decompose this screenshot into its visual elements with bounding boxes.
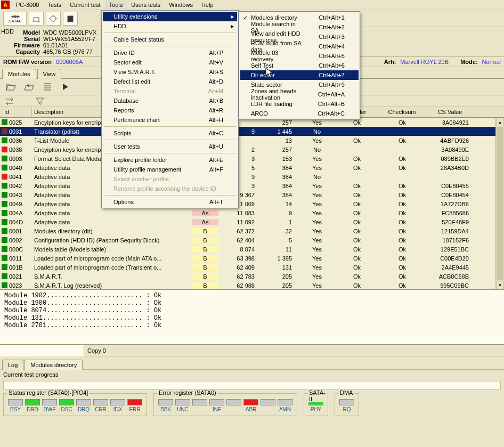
menu-item[interactable]: Defect list editAlt+D [103,77,237,86]
dma-group: DMA RQ [335,393,359,416]
rom-version-link[interactable]: 0006006A [56,59,83,65]
hdd-group-label: HDD [1,28,14,35]
register-bit: ERR [127,399,142,412]
table-row[interactable]: 0003Format Select Data Module3153YesOkOk… [0,154,504,163]
menu-item[interactable]: ReportsAlt+R [103,105,237,115]
status-register-group: Status register (SATA0)-[PIO4] BSYDRDDWF… [3,393,147,416]
menu-item[interactable]: OptionsAlt+T [103,197,237,207]
menu-item[interactable]: Cable Select status [103,35,237,44]
module-log[interactable]: Module 1902......................... : O… [0,289,504,345]
col-id[interactable]: Id [0,107,32,117]
table-row[interactable]: 004DAdaptive dataAs11 0921YesOkOk520E48F… [0,217,504,226]
save-icon[interactable] [22,81,36,93]
table-row[interactable]: 0040Adaptive data5384YesOkOk28A34B0D [0,163,504,172]
register-bit: RQ [339,399,354,412]
register-bit: DSC [59,399,74,412]
firmware-value: 01.01A01 [43,42,68,48]
menu-item[interactable]: ScriptsAlt+C [103,128,237,138]
table-row[interactable]: 0049Adaptive dataAs11 06914YesOkOk1A727D… [0,199,504,208]
funnel-icon[interactable] [33,95,47,107]
table-row[interactable]: 004AAdaptive dataAs11 0839YesOkOkFC88568… [0,208,504,217]
menu-item[interactable]: View S.M.A.R.T.Alt+S [103,67,237,77]
registers-panel: Status register (SATA0)-[PIO4] BSYDRDDWF… [0,391,504,419]
menu-windows[interactable]: Windows [165,1,197,9]
scroll-up-icon[interactable]: ▲ [496,118,504,126]
table-row[interactable]: 001BLoaded part of microprogram code (Tr… [0,263,504,272]
menu-tests[interactable]: Tests [43,1,66,9]
list-icon[interactable] [40,81,54,93]
serial-value: WD-WX51A552VF7 [43,36,95,42]
submenu-item[interactable]: Self TestCtrl+Alt+6 [240,61,359,70]
copy-label: Copy 0 [84,347,106,354]
table-row[interactable]: 0043Adaptive dataAs9 367384YesOkOkC0E804… [0,190,504,199]
table-row[interactable]: 0001Modules directory (dir)B62 37232YesO… [0,226,504,235]
scrollbar[interactable]: ▲ ▼ [495,118,504,289]
tab-modules-directory[interactable]: Modules directory [25,360,83,370]
open-icon[interactable] [4,81,18,93]
firmware-label: Firmware [14,42,43,48]
progress-bar [3,381,501,389]
register-bit: DRQ [76,399,91,412]
menu-item[interactable]: DatabaseAlt+B [103,96,237,105]
menu-current-test[interactable]: Current test [66,1,104,9]
table-row[interactable]: 0021S.M.A.R.T.B62 783205YesOkOkACB8C68B [0,272,504,281]
sata0-button[interactable]: ◂◂▸▸ SATA0 [3,12,27,26]
table-row[interactable]: 0036T-List Module13YesOkOk4ABFD926 [0,136,504,145]
menu-item[interactable]: Perfomance chartAlt+H [103,115,237,125]
menu-item: Select another profile [103,174,237,184]
table-row[interactable]: 0038Encyiption keys for encription modul… [0,145,504,154]
tools-menu[interactable]: Utility extensionsHDDCable Select status… [101,10,239,208]
sata2-title: SATA-II [307,389,328,402]
table-row[interactable]: 0031Translator (pdlist)91 445No [0,127,504,136]
mode-value[interactable]: Normal [482,59,501,65]
menu-item[interactable]: Utility extensions [103,12,237,21]
menu-tools[interactable]: Tools [105,1,127,9]
submenu-item[interactable]: Module 03 recoveryCtrl+Alt+5 [240,51,359,61]
col-checksum[interactable]: Checksum [378,107,426,117]
register-bit: ABR [243,399,258,412]
menu-item[interactable]: Drive IDAlt+P [103,48,237,58]
table-row[interactable]: 0011Loaded part of microprogram code (Ma… [0,254,504,263]
menu-item[interactable]: Sector editAlt+V [103,58,237,67]
play-icon[interactable] [59,81,72,93]
sata0-label: SATA0 [9,19,21,23]
copy-blank [0,345,84,356]
table-row[interactable]: 0002Configuration (HDD ID) (Pasport Sequ… [0,235,504,245]
menu-pc-3000[interactable]: PC-3000 [12,1,43,9]
submenu-item[interactable]: Dir editorCtrl+Alt+7 [240,70,359,80]
menu-users-tests[interactable]: Users tests [127,1,165,9]
svg-point-0 [51,16,56,21]
register-bit: BSY [8,399,23,412]
menu-item[interactable]: HDD [103,21,237,31]
table-row[interactable]: 000CModels table (Models table)B8 07411Y… [0,245,504,254]
register-bit: IDX [110,399,125,412]
toolbar-btn-1[interactable] [29,12,44,26]
scroll-down-icon[interactable]: ▼ [496,281,504,289]
capacity-value: 465,76 GB (976 77 [43,48,93,55]
error-register-group: Error register (SATA0) BBKUNC INF ABR AM… [153,393,297,416]
submenu-item[interactable]: Zones and heads inactivationCtrl+Alt+A [240,90,359,99]
toolbar-btn-3[interactable] [63,12,78,26]
utility-extensions-submenu[interactable]: Modules directoryCtrl+Alt+1Module search… [239,11,360,120]
app-icon: A [1,1,10,9]
col-csvalue[interactable]: CS Value [426,107,474,117]
table-row[interactable]: 0041Adaptive data9384No [0,172,504,181]
dma-title: DMA [338,389,354,396]
submenu-item[interactable]: LDR file loadingCtrl+Alt+B [240,99,359,109]
register-bit: DRD [25,399,40,412]
grid-body[interactable]: 0025Encyiption keys for encription modul… [0,118,504,289]
tab-modules[interactable]: Modules [2,69,36,79]
tab-log[interactable]: Log [2,360,23,370]
arrows-icon[interactable] [3,95,17,107]
toolbar-btn-2[interactable] [46,12,61,26]
menu-help[interactable]: Help [197,1,218,9]
table-row[interactable]: 0042Adaptive data3384YesOkOkC0E80455 [0,181,504,190]
menu-item[interactable]: User testsAlt+U [103,142,237,151]
arh-value[interactable]: Marvell ROYL 20B [400,59,449,65]
menu-item[interactable]: Utility profile managementAlt+F [103,165,237,174]
tab-view[interactable]: View [37,69,62,79]
submenu-item[interactable]: ARCOCtrl+Alt+C [240,109,359,118]
table-row[interactable]: 0023S.M.A.R.T. Log (reserved)B62 988205Y… [0,281,504,289]
error-register-title: Error register (SATA0) [157,389,218,396]
menu-item[interactable]: Explore profile folderAlt+E [103,155,237,165]
